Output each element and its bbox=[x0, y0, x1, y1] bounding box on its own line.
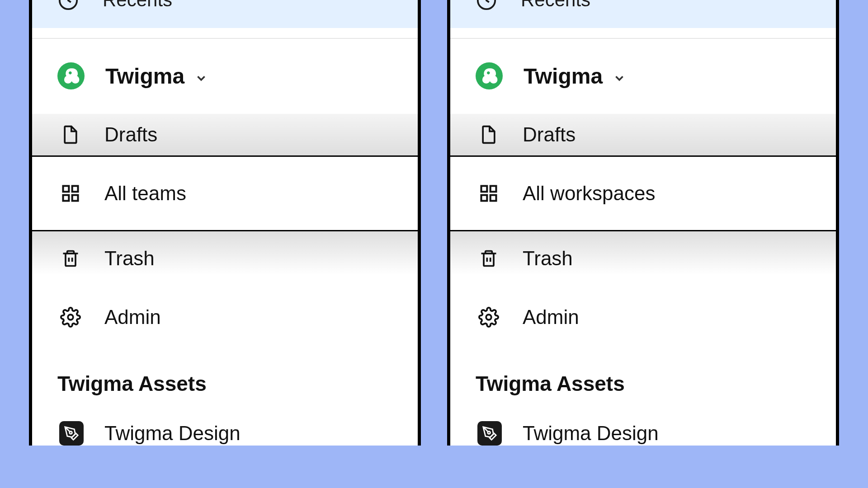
all-label: All workspaces bbox=[523, 182, 655, 205]
svg-rect-10 bbox=[491, 186, 496, 192]
asset-item-design[interactable]: Twigma Design bbox=[450, 409, 836, 446]
trash-label: Trash bbox=[523, 247, 573, 270]
section-title-assets: Twigma Assets bbox=[450, 349, 836, 409]
svg-point-14 bbox=[486, 314, 491, 320]
sidebar-item-drafts[interactable]: Drafts bbox=[450, 114, 836, 157]
sidebar-item-trash[interactable]: Trash bbox=[32, 231, 418, 286]
svg-rect-13 bbox=[484, 253, 494, 266]
grid-icon bbox=[59, 182, 82, 205]
trash-icon bbox=[59, 247, 82, 270]
section-title-assets: Twigma Assets bbox=[32, 349, 418, 409]
all-label: All teams bbox=[104, 182, 186, 205]
org-name: Twigma bbox=[524, 64, 603, 89]
asset-item-design[interactable]: Twigma Design bbox=[32, 409, 418, 446]
sidebar-item-drafts[interactable]: Drafts bbox=[32, 114, 418, 157]
trash-icon bbox=[477, 247, 500, 270]
org-name: Twigma bbox=[105, 64, 184, 89]
org-switcher[interactable]: Twigma bbox=[32, 39, 418, 114]
clock-icon bbox=[57, 0, 79, 12]
svg-point-7 bbox=[70, 432, 72, 434]
sidebar-item-admin[interactable]: Admin bbox=[32, 286, 418, 349]
sidebar-item-all-workspaces[interactable]: All workspaces bbox=[450, 157, 836, 231]
pen-icon bbox=[477, 421, 502, 446]
spacer bbox=[450, 28, 836, 38]
svg-rect-3 bbox=[63, 195, 69, 201]
file-icon bbox=[59, 123, 82, 146]
org-avatar bbox=[476, 62, 503, 89]
sidebar-item-recents[interactable]: Recents bbox=[450, 0, 836, 28]
svg-point-15 bbox=[488, 432, 491, 434]
sidebar-item-admin[interactable]: Admin bbox=[450, 286, 836, 349]
chevron-down-icon bbox=[613, 71, 626, 85]
svg-point-6 bbox=[68, 314, 73, 320]
gear-icon bbox=[477, 306, 500, 328]
svg-rect-4 bbox=[72, 195, 78, 201]
svg-rect-2 bbox=[72, 186, 78, 192]
sidebar-panel-right: Recents Twigma Drafts All workspaces Tra… bbox=[447, 0, 839, 446]
admin-label: Admin bbox=[523, 306, 579, 328]
svg-rect-9 bbox=[481, 186, 487, 192]
clock-icon bbox=[476, 0, 497, 12]
pen-icon bbox=[59, 421, 84, 446]
org-switcher[interactable]: Twigma bbox=[450, 39, 836, 114]
drafts-label: Drafts bbox=[104, 123, 157, 146]
recents-label: Recents bbox=[521, 0, 590, 11]
sidebar-panel-left: Recents Twigma Drafts All teams Trash bbox=[29, 0, 421, 446]
svg-rect-12 bbox=[491, 195, 496, 201]
org-avatar bbox=[57, 62, 85, 89]
svg-rect-5 bbox=[66, 253, 75, 266]
spacer bbox=[32, 28, 418, 38]
gear-icon bbox=[59, 306, 82, 328]
asset-label: Twigma Design bbox=[104, 422, 241, 445]
asset-label: Twigma Design bbox=[523, 422, 659, 445]
admin-label: Admin bbox=[104, 306, 161, 328]
sidebar-item-recents[interactable]: Recents bbox=[32, 0, 418, 28]
sidebar-item-all-teams[interactable]: All teams bbox=[32, 157, 418, 231]
drafts-label: Drafts bbox=[523, 123, 576, 146]
recents-label: Recents bbox=[103, 0, 172, 11]
sidebar-item-trash[interactable]: Trash bbox=[450, 231, 836, 286]
file-icon bbox=[477, 123, 500, 146]
svg-rect-11 bbox=[481, 195, 487, 201]
svg-rect-1 bbox=[63, 186, 69, 192]
trash-label: Trash bbox=[104, 247, 155, 270]
grid-icon bbox=[477, 182, 500, 205]
chevron-down-icon bbox=[194, 71, 208, 85]
